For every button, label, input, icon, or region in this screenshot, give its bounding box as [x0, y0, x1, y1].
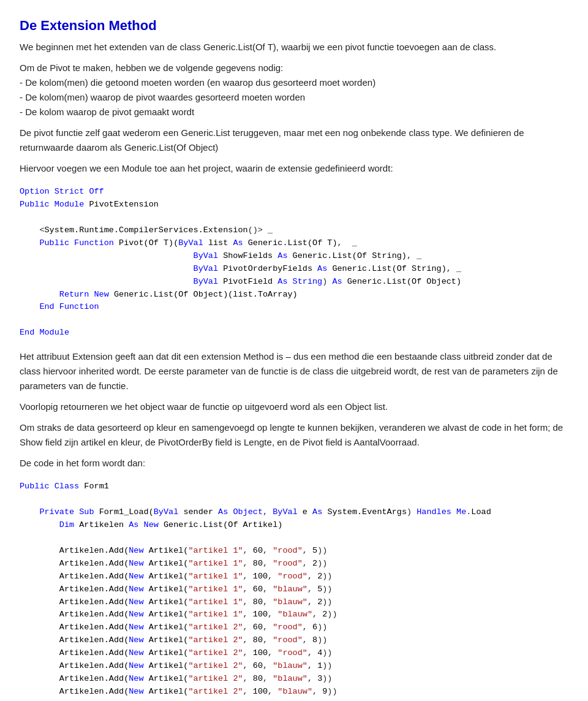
paragraph-2: Om de Pivot te maken, hebben we de volge…: [20, 61, 568, 119]
page-title: De Extension Method: [20, 15, 568, 36]
paragraph-7: Om straks de data gesorteerd op kleur en…: [20, 420, 568, 450]
paragraph-8: De code in het form wordt dan:: [20, 456, 568, 471]
paragraph-1: We beginnen met het extenden van de clas…: [20, 40, 568, 55]
paragraph-4: Hiervoor voegen we een Module toe aan he…: [20, 161, 568, 176]
paragraph-6: Voorlopig retourneren we het object waar…: [20, 400, 568, 414]
paragraph-5: Het attribuut Extension geeft aan dat di…: [20, 349, 568, 393]
code-block-2: Public Class Form1 Private Sub Form1_Loa…: [20, 477, 568, 701]
code-block-1: Option Strict Off Public Module PivotExt…: [20, 182, 568, 343]
paragraph-3: De pivot functie zelf gaat wederom een G…: [20, 126, 568, 155]
